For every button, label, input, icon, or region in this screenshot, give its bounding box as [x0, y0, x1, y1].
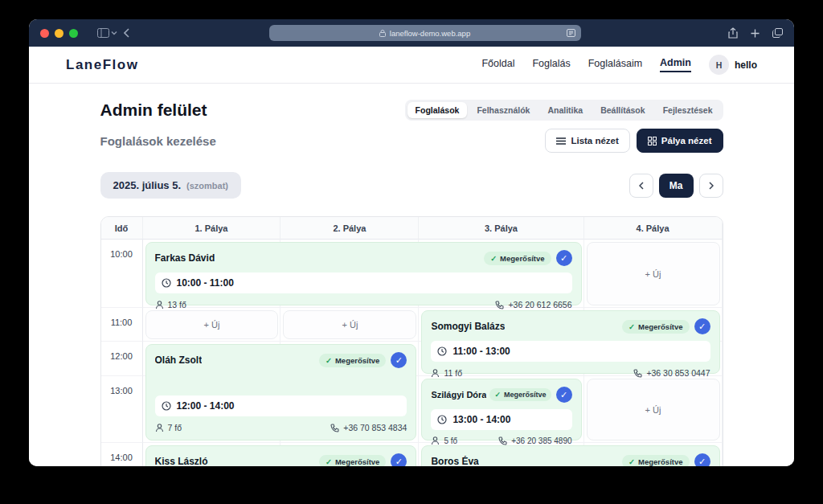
booking-name: Szilágyi Dóra — [431, 390, 486, 400]
tab-overview-button[interactable] — [772, 27, 783, 39]
booking-card[interactable]: Farkas Dávid ✓Megerősítve ✓ 10:00 - 11:0… — [145, 242, 582, 305]
confirmed-check-button[interactable]: ✓ — [556, 387, 572, 403]
time-label: 11:00 — [101, 308, 143, 342]
booking-name: Boros Éva — [431, 456, 478, 466]
next-day-button[interactable] — [699, 174, 723, 198]
confirmed-check-button[interactable]: ✓ — [694, 318, 710, 334]
clock-icon — [437, 415, 447, 424]
user-menu[interactable]: H hello — [709, 55, 757, 75]
page-viewport: LaneFlow Főoldal Foglalás Foglalásaim Ad… — [29, 47, 794, 466]
confirmed-check-button[interactable]: ✓ — [391, 453, 407, 466]
check-icon: ✓ — [326, 457, 332, 466]
section-subtitle: Foglalások kezelése — [100, 134, 216, 148]
prev-day-button[interactable] — [629, 174, 653, 198]
confirmed-check-button[interactable]: ✓ — [391, 352, 407, 368]
grid-icon — [648, 137, 657, 145]
booking-name: Kiss László — [155, 456, 208, 466]
check-icon: ✓ — [395, 457, 403, 467]
nav-link-foglalasaim[interactable]: Foglalásaim — [588, 58, 642, 72]
today-button[interactable]: Ma — [659, 174, 694, 198]
list-icon — [556, 137, 566, 145]
date-text: 2025. július 5. — [113, 179, 182, 191]
back-button[interactable] — [124, 28, 129, 38]
avatar: H — [709, 55, 729, 75]
nav-link-fooldal[interactable]: Főoldal — [481, 58, 514, 72]
phone-icon — [633, 369, 642, 378]
booking-time: 13:00 - 14:00 — [431, 409, 571, 430]
people-icon — [155, 301, 164, 309]
booking-time: 10:00 - 11:00 — [155, 272, 572, 293]
user-name: hello — [735, 59, 757, 71]
reader-mode-icon[interactable] — [567, 26, 575, 40]
new-booking-slot[interactable]: + Új — [283, 310, 416, 339]
schedule-table: Idő 1. Pálya 2. Pálya 3. Pálya 4. Pálya … — [100, 216, 723, 466]
check-icon: ✓ — [560, 390, 567, 400]
top-navigation: LaneFlow Főoldal Foglalás Foglalásaim Ad… — [29, 47, 794, 84]
tab-fejlesztesek[interactable]: Fejlesztések — [655, 102, 721, 118]
minimize-window-button[interactable] — [55, 29, 63, 38]
tabs-icon — [772, 28, 783, 38]
check-icon: ✓ — [629, 322, 635, 331]
check-icon: ✓ — [698, 322, 706, 332]
status-badge: ✓Megerősítve — [489, 388, 551, 401]
booking-name: Farkas Dávid — [155, 252, 215, 264]
chevron-left-icon — [639, 182, 644, 190]
list-view-button[interactable]: Lista nézet — [545, 129, 629, 153]
column-header-court4: 4. Pálya — [584, 217, 723, 240]
status-badge: ✓Megerősítve — [622, 320, 689, 334]
chevron-right-icon — [709, 182, 714, 190]
people-icon — [431, 369, 440, 378]
booking-time: 11:00 - 13:00 — [431, 341, 710, 362]
status-badge: ✓Megerősítve — [484, 252, 551, 265]
booking-card[interactable]: Oláh Zsolt ✓Megerősítve ✓ 12:00 - 14:00 … — [145, 344, 417, 440]
sidebar-toggle-button[interactable] — [97, 28, 117, 38]
booking-card[interactable]: Somogyi Balázs ✓Megerősítve ✓ 11:00 - 13… — [421, 310, 719, 374]
tab-felhasznalok[interactable]: Felhasználók — [469, 102, 538, 118]
people-icon — [155, 424, 164, 432]
tab-analitika[interactable]: Analitika — [539, 102, 591, 118]
window-controls — [40, 29, 78, 38]
column-header-court2: 2. Pálya — [280, 217, 419, 240]
nav-link-admin[interactable]: Admin — [660, 57, 691, 72]
status-badge: ✓Megerősítve — [622, 455, 689, 467]
check-icon: ✓ — [629, 457, 635, 466]
nav-link-foglalas[interactable]: Foglalás — [532, 58, 570, 72]
confirmed-check-button[interactable]: ✓ — [556, 250, 572, 266]
current-date-label: 2025. július 5. (szombat) — [100, 172, 242, 199]
booking-card[interactable]: Szilágyi Dóra ✓Megerősítve ✓ 13:00 - 14:… — [421, 379, 581, 440]
booking-card[interactable]: Boros Éva ✓Megerősítve ✓ — [421, 445, 719, 466]
clock-icon — [162, 278, 171, 288]
site-security-icon — [379, 26, 386, 40]
tab-beallitasok[interactable]: Beállítások — [592, 102, 653, 118]
new-booking-slot[interactable]: + Új — [587, 379, 720, 440]
booking-name: Somogyi Balázs — [431, 321, 505, 332]
time-label: 12:00 — [101, 342, 143, 376]
court-view-button[interactable]: Pálya nézet — [637, 129, 723, 153]
close-window-button[interactable] — [40, 29, 49, 38]
new-tab-button[interactable] — [751, 27, 760, 39]
chevron-down-icon — [111, 31, 117, 35]
column-header-court3: 3. Pálya — [419, 217, 583, 240]
new-booking-slot[interactable]: + Új — [145, 310, 279, 339]
chevron-left-icon — [124, 28, 129, 38]
share-button[interactable] — [728, 27, 738, 39]
tab-foglalasok[interactable]: Foglalások — [407, 102, 468, 118]
phone-icon — [498, 436, 507, 445]
zoom-window-button[interactable] — [69, 29, 78, 38]
people-icon — [431, 436, 440, 445]
laneflow-logo: LaneFlow — [66, 57, 138, 73]
plus-icon — [751, 29, 760, 38]
browser-chrome: laneflow-demo.web.app — [29, 19, 794, 47]
booking-name: Oláh Zsolt — [155, 354, 203, 366]
check-icon: ✓ — [494, 391, 501, 399]
status-badge: ✓Megerősítve — [319, 354, 386, 367]
url-text: laneflow-demo.web.app — [390, 29, 470, 38]
new-booking-slot[interactable]: + Új — [587, 242, 720, 305]
booking-card[interactable]: Kiss László ✓Megerősítve ✓ — [145, 445, 417, 466]
time-label: 13:00 — [101, 376, 143, 443]
address-bar[interactable]: laneflow-demo.web.app — [269, 25, 581, 41]
time-label: 14:00 — [101, 443, 143, 466]
phone-icon — [330, 424, 339, 432]
clock-icon — [162, 401, 171, 411]
confirmed-check-button[interactable]: ✓ — [694, 453, 710, 466]
